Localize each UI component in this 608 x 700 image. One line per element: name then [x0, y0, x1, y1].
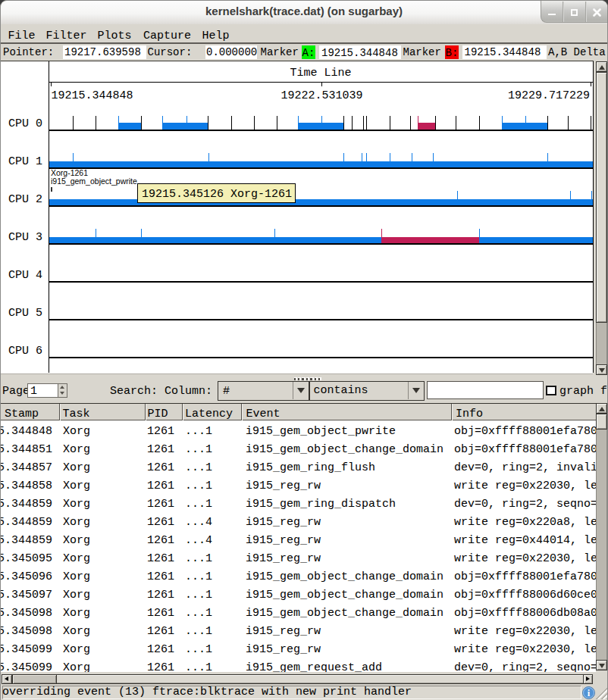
svg-text:i: i — [587, 688, 590, 698]
